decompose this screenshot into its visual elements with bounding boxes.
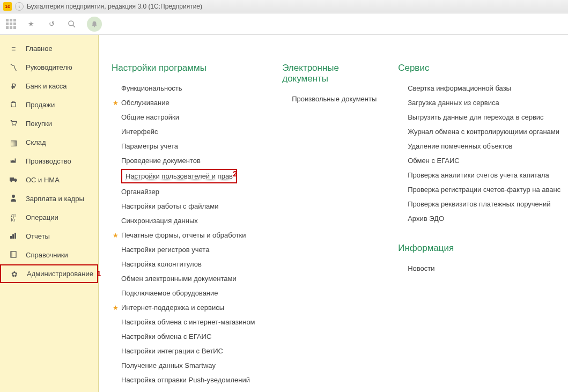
sidebar-item-stock[interactable]: ▦Склад [0, 133, 98, 152]
settings-item[interactable]: Настройки работы с файлами [112, 199, 266, 213]
window-titlebar: 1c ‹ Бухгалтерия предприятия, редакция 3… [0, 0, 568, 13]
logo-1c-icon: 1c [3, 2, 12, 11]
settings-item[interactable]: ★Обслуживание [112, 95, 266, 110]
info-item[interactable]: Новости [398, 261, 563, 276]
service-item[interactable]: Архив ЭДО [398, 211, 563, 226]
sidebar-item-main[interactable]: ≡Главное [0, 39, 98, 58]
sidebar-item-label: Покупки [26, 120, 52, 128]
sidebar-item-bank[interactable]: ₽Банк и касса [0, 77, 98, 95]
svg-point-7 [15, 180, 17, 182]
gear-icon: ✿ [10, 270, 19, 278]
sidebar-item-label: Склад [26, 138, 46, 146]
settings-item[interactable]: Получение данных Smartway [112, 358, 266, 373]
service-item[interactable]: Загрузка данных из сервиса [398, 95, 563, 110]
person-icon [9, 194, 18, 203]
sidebar-item-payroll[interactable]: Зарплата и кадры [0, 189, 98, 208]
sidebar-item-catalogs[interactable]: Справочники [0, 246, 98, 264]
svg-rect-11 [14, 233, 16, 239]
boxes-icon: ▦ [9, 138, 18, 147]
sidebar-item-operations[interactable]: ДтКтОперации [0, 208, 98, 227]
svg-point-8 [12, 195, 15, 198]
settings-item[interactable]: Синхронизация данных [112, 213, 266, 228]
annotation-1: 1 [97, 269, 101, 278]
settings-item[interactable]: Параметры учета [112, 139, 266, 153]
settings-item[interactable]: Настройки интеграции с ВетИС [112, 344, 266, 358]
history-icon[interactable]: ↺ [46, 19, 57, 29]
svg-point-2 [94, 26, 95, 27]
settings-item[interactable]: Производительность [112, 387, 266, 392]
sidebar-item-reports[interactable]: Отчеты [0, 227, 98, 246]
svg-rect-9 [10, 236, 12, 239]
settings-item[interactable]: Органайзер [112, 184, 266, 199]
service-item[interactable]: Проверка реквизитов платежных поручений [398, 197, 563, 211]
content-area: Настройки программы Функциональность ★Об… [99, 35, 568, 392]
apps-icon[interactable] [5, 19, 16, 29]
settings-item[interactable]: Настройки регистров учета [112, 242, 266, 257]
section-title-service: Сервис [398, 63, 563, 73]
barchart-icon [9, 232, 18, 241]
sidebar-item-admin[interactable]: ✿Администрирование [0, 264, 98, 283]
section-title-edocs: Электронные документы [282, 63, 382, 84]
nav-back-icon[interactable]: ‹ [15, 2, 24, 11]
sidebar: ≡Главное 〽Руководителю ₽Банк и касса Про… [0, 35, 99, 392]
settings-item[interactable]: Настройка отправки Push-уведомлений [112, 373, 266, 387]
settings-item[interactable]: ★Печатные формы, отчеты и обработки [112, 228, 266, 242]
sidebar-item-label: Операции [26, 213, 58, 221]
star-icon[interactable]: ★ [26, 19, 36, 29]
settings-item[interactable]: Общие настройки [112, 110, 266, 124]
window-title: Бухгалтерия предприятия, редакция 3.0 (1… [27, 3, 202, 10]
sidebar-item-label: Продажи [26, 101, 55, 109]
sidebar-item-label: Банк и касса [26, 82, 67, 90]
truck-icon [9, 176, 18, 184]
service-item[interactable]: Свертка информационной базы [398, 81, 563, 95]
star-icon: ★ [113, 304, 120, 312]
sidebar-item-manager[interactable]: 〽Руководителю [0, 58, 98, 77]
settings-item[interactable]: Настройка колонтитулов [112, 257, 266, 271]
notifications-icon[interactable] [87, 17, 102, 32]
settings-item[interactable]: ★Интернет-поддержка и сервисы [112, 300, 266, 315]
service-item[interactable]: Проверка аналитики счетов учета капитала [398, 168, 563, 182]
settings-item[interactable]: Интерфейс [112, 124, 266, 139]
settings-item[interactable]: Обмен электронными документами [112, 271, 266, 286]
settings-item[interactable]: Проведение документов [112, 153, 266, 168]
settings-item[interactable]: Подключаемое оборудование [112, 286, 266, 300]
settings-item[interactable]: Настройки обмена с ЕГАИС [112, 329, 266, 344]
sidebar-item-production[interactable]: Производство [0, 152, 98, 171]
dtkt-icon: ДтКт [9, 213, 18, 222]
annotation-2: 2 [233, 169, 237, 178]
sidebar-item-label: Производство [26, 157, 71, 165]
sidebar-item-label: Справочники [26, 251, 68, 259]
svg-rect-10 [12, 234, 14, 239]
svg-point-0 [69, 21, 73, 26]
section-title-info: Информация [398, 243, 563, 254]
settings-item[interactable]: Настройка обмена с интернет-магазином [112, 315, 266, 329]
sidebar-item-label: ОС и НМА [26, 176, 60, 184]
ruble-icon: ₽ [9, 82, 18, 91]
settings-item-users-rights[interactable]: Настройки пользователей и прав [121, 169, 237, 183]
service-item[interactable]: Проверка регистрации счетов-фактур на ав… [398, 182, 563, 197]
service-item[interactable]: Обмен с ЕГАИС [398, 153, 563, 168]
chart-up-icon: 〽 [9, 63, 18, 72]
service-item[interactable]: Журнал обмена с контролирующими органами [398, 124, 563, 139]
star-icon: ★ [113, 232, 120, 239]
sidebar-item-label: Отчеты [26, 232, 50, 240]
main-toolbar: ★ ↺ [0, 13, 568, 35]
sidebar-item-assets[interactable]: ОС и НМА [0, 171, 98, 189]
svg-point-6 [11, 180, 12, 182]
edocs-item[interactable]: Произвольные документы [282, 92, 382, 106]
section-title-settings: Настройки программы [112, 63, 266, 73]
bag-icon [9, 100, 18, 109]
service-item[interactable]: Выгрузить данные для перехода в сервис [398, 110, 563, 124]
search-icon[interactable] [67, 19, 77, 29]
service-item[interactable]: Удаление помеченных объектов [398, 139, 563, 153]
svg-rect-5 [10, 177, 14, 181]
sidebar-item-label: Зарплата и кадры [26, 195, 84, 203]
settings-item[interactable]: Функциональность [112, 81, 266, 95]
sidebar-item-sales[interactable]: Продажи [0, 95, 98, 114]
factory-icon [9, 157, 18, 166]
sidebar-item-purchases[interactable]: Покупки [0, 114, 98, 133]
sidebar-item-label: Администрирование [27, 270, 93, 278]
sidebar-item-label: Главное [26, 45, 53, 53]
svg-line-1 [73, 25, 75, 27]
svg-point-4 [15, 125, 16, 126]
